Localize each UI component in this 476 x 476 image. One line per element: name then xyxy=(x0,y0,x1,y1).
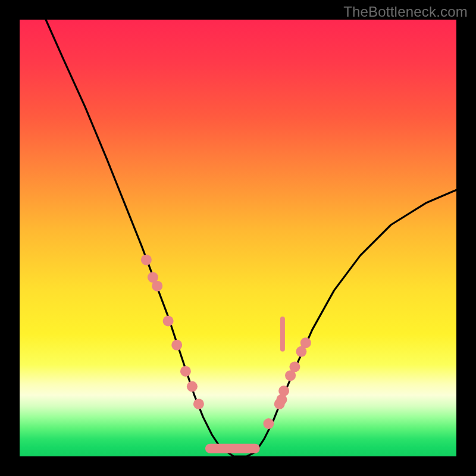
data-dot xyxy=(163,316,174,327)
data-dot xyxy=(187,381,198,392)
data-dot xyxy=(180,366,191,377)
data-dot xyxy=(278,386,289,396)
data-dot xyxy=(289,362,300,372)
data-dot xyxy=(152,281,162,292)
chart-svg xyxy=(20,20,456,456)
bottom-band xyxy=(205,444,260,453)
data-dot xyxy=(263,418,274,429)
watermark-text: TheBottleneck.com xyxy=(343,4,468,20)
data-dot xyxy=(193,399,204,409)
chart-frame: TheBottleneck.com xyxy=(0,0,476,476)
curve-path xyxy=(46,20,456,456)
plot-area xyxy=(20,20,456,456)
data-dot xyxy=(300,337,311,348)
dots-right xyxy=(263,337,311,429)
data-dot xyxy=(171,340,182,350)
data-dot xyxy=(141,255,152,265)
right-tick xyxy=(280,317,285,352)
